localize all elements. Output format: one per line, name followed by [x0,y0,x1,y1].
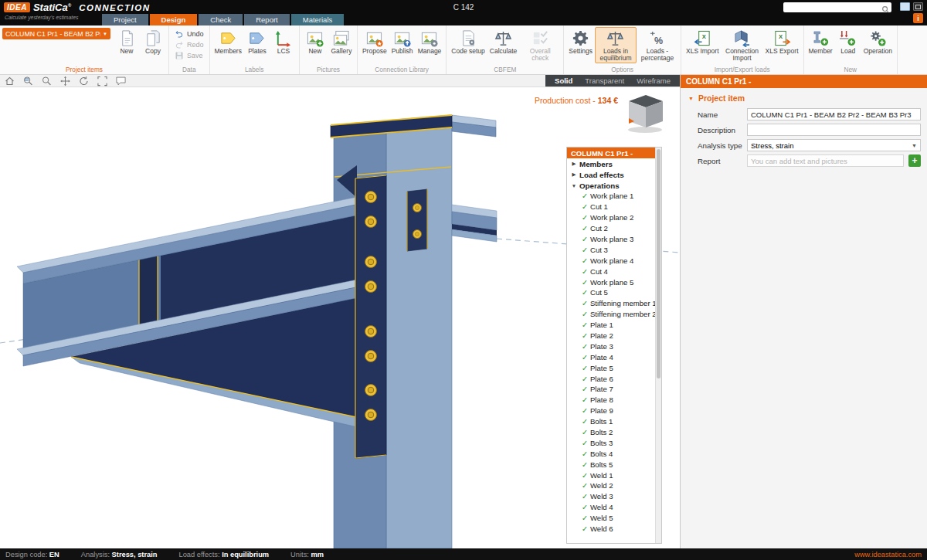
tree-item-weld-5[interactable]: ✓Weld 5 [567,513,655,524]
comment-button[interactable] [115,76,127,87]
tree-item-plate-2[interactable]: ✓Plate 2 [567,331,655,341]
home-button[interactable] [4,76,15,87]
tree-item-cut-1[interactable]: ✓Cut 1 [567,202,655,212]
tree-item-plate-8[interactable]: ✓Plate 8 [567,395,655,406]
navigation-cube[interactable] [621,90,671,137]
project-item-selector[interactable]: COLUMN C1 Pr1 - BEAM B2 Pr2 - BEAM B3 Pr… [2,28,110,39]
zoom-window-button[interactable] [22,76,34,87]
website-link[interactable]: www.ideastatica.com [854,551,922,558]
tree-item-bolts-1[interactable]: ✓Bolts 1 [567,416,655,427]
tree-scrollbar[interactable] [655,148,661,543]
ribbon-button-code-setup[interactable]: Code setup [449,27,487,56]
tree-item-bolts-3[interactable]: ✓Bolts 3 [567,437,655,448]
ribbon-button-plates[interactable]: Plates [244,27,270,56]
tree-item-plate-7[interactable]: ✓Plate 7 [567,384,655,395]
ribbon-button-connection-import[interactable]: Connection Import [722,27,763,63]
expand-arrow-icon[interactable]: ▶ [571,161,577,167]
view-mode-solid[interactable]: Solid [555,76,572,85]
tree-item-cut-3[interactable]: ✓Cut 3 [567,244,655,255]
report-field[interactable]: You can add text and pictures [747,154,904,167]
tree-item-work-plane-3[interactable]: ✓Work plane 3 [567,234,655,245]
tree-item-bolts-2[interactable]: ✓Bolts 2 [567,427,655,438]
view-mode-transparent[interactable]: Transparent [585,76,624,85]
tree-branch-load-effects[interactable]: ▶Load effects [567,169,655,180]
info-button[interactable]: i [913,13,923,23]
viewport-3d[interactable]: Production cost - 134 € COLUMN C1 Pr1 - … [0,87,680,548]
ribbon-button-redo[interactable]: Redo [171,39,207,49]
add-report-button[interactable]: + [908,154,921,167]
tree-item-plate-9[interactable]: ✓Plate 9 [567,406,655,416]
rotate-button[interactable] [78,76,90,87]
fit-view-button[interactable] [97,76,108,87]
scrollbar-thumb[interactable] [657,149,660,378]
ribbon-button-load[interactable]: Load [835,27,861,56]
expand-arrow-icon[interactable]: ▼ [571,183,577,188]
tree-item-plate-1[interactable]: ✓Plate 1 [567,320,655,331]
tree-item-work-plane-2[interactable]: ✓Work plane 2 [567,212,655,223]
tab-project[interactable]: Project [102,14,148,25]
ribbon-button-member[interactable]: Member [806,27,835,56]
ribbon-button-members[interactable]: Members [212,27,244,56]
ribbon-button-lcs[interactable]: LCS [270,27,297,56]
section-project-item[interactable]: ▼ Project item [681,88,927,107]
tree-item-weld-1[interactable]: ✓Weld 1 [567,470,655,480]
window-icon[interactable] [913,2,923,11]
tree-item-plate-4[interactable]: ✓Plate 4 [567,351,655,362]
tree-item-weld-3[interactable]: ✓Weld 3 [567,491,655,502]
search-box[interactable] [783,2,891,12]
member-icon [812,29,830,47]
view-mode-bar: SolidTransparentWireframe [545,75,680,87]
tree-item-weld-2[interactable]: ✓Weld 2 [567,480,655,491]
tree-branch-members[interactable]: ▶Members [567,158,655,169]
tree-header[interactable]: COLUMN C1 Pr1 - [567,148,661,158]
calculate-icon [494,29,512,47]
ribbon-button-undo[interactable]: Undo [171,29,207,39]
tree-item-work-plane-5[interactable]: ✓Work plane 5 [567,277,655,287]
beam[interactable] [17,165,371,430]
tree-item-weld-4[interactable]: ✓Weld 4 [567,502,655,513]
expand-arrow-icon[interactable]: ▶ [571,171,577,178]
tree-item-weld-6[interactable]: ✓Weld 6 [567,524,655,535]
ribbon-button-loads-in-equilibrium[interactable]: Loads in equilibrium [595,27,637,63]
view-mode-wireframe[interactable]: Wireframe [637,76,671,85]
name-field[interactable] [747,108,921,120]
analysis-type-select[interactable]: Stress, strain ▼ [747,139,921,151]
tree-item-cut-4[interactable]: ✓Cut 4 [567,266,655,277]
tree-item-work-plane-4[interactable]: ✓Work plane 4 [567,255,655,266]
tree-item-plate-6[interactable]: ✓Plate 6 [567,373,655,384]
tree-item-work-plane-1[interactable]: ✓Work plane 1 [567,191,655,202]
tree-item-stiffening-member-2[interactable]: ✓Stiffening member 2 [567,309,655,320]
zoom-button[interactable] [41,76,53,87]
description-field[interactable] [747,124,921,136]
tree-item-stiffening-member-1[interactable]: ✓Stiffening member 1 [567,298,655,309]
tab-design[interactable]: Design [150,14,198,25]
ribbon-button-xls-export[interactable]: XXLS Export [763,27,801,56]
ribbon-button-new[interactable]: New [114,27,140,56]
pan-button[interactable] [59,76,71,87]
tree-item-cut-5[interactable]: ✓Cut 5 [567,287,655,298]
ribbon-button-copy[interactable]: Copy [140,27,166,56]
ribbon-button-overall-check[interactable]: Overall check [519,27,561,63]
ribbon-button-loads-percentage[interactable]: %Loads - percentage [637,27,678,63]
ribbon-button-settings[interactable]: Settings [566,27,595,56]
tree-item-bolts-5[interactable]: ✓Bolts 5 [567,459,655,470]
ribbon-button-save[interactable]: Save [171,50,206,60]
ribbon-button-calculate[interactable]: Calculate [487,27,519,56]
tree-item-plate-5[interactable]: ✓Plate 5 [567,362,655,373]
tab-report[interactable]: Report [244,14,290,25]
tree-branch-operations[interactable]: ▼Operations [567,180,655,191]
ribbon-button-publish[interactable]: Publish [389,27,416,56]
ribbon-button-xls-import[interactable]: XXLS Import [684,27,722,56]
tree-item-plate-3[interactable]: ✓Plate 3 [567,341,655,351]
ribbon-button-gallery[interactable]: Gallery [328,27,355,56]
tree-item-cut-2[interactable]: ✓Cut 2 [567,223,655,234]
ribbon-button-manage[interactable]: Manage [416,27,444,56]
ribbon-button-propose[interactable]: Propose [360,27,389,56]
screen-icon[interactable] [900,2,910,11]
tab-check[interactable]: Check [199,14,243,25]
tree-item-bolts-4[interactable]: ✓Bolts 4 [567,448,655,459]
search-input[interactable] [783,2,881,12]
ribbon-button-new[interactable]: New [302,27,328,56]
ribbon-button-operation[interactable]: Operation [861,27,895,56]
tab-materials[interactable]: Materials [291,14,345,25]
